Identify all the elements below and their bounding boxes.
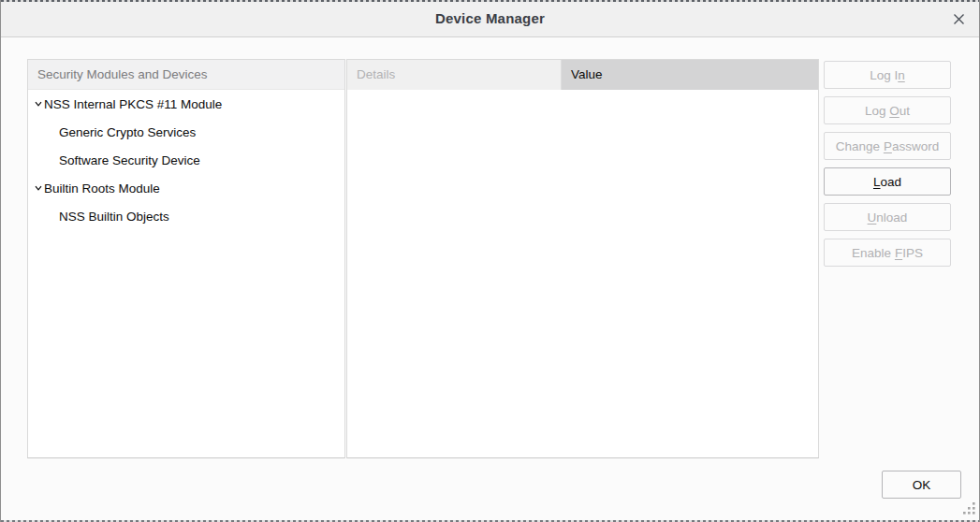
- button-accesskey: O: [889, 104, 900, 118]
- button-accesskey: U: [868, 210, 877, 225]
- load-button[interactable]: Load: [824, 167, 951, 196]
- tree-column-header[interactable]: Security Modules and Devices: [28, 60, 344, 90]
- button-label: oad: [880, 175, 901, 189]
- window-title: Device Manager: [1, 0, 979, 37]
- enable-fips-button[interactable]: Enable FIPS: [824, 239, 951, 267]
- button-label: IPS: [902, 246, 923, 260]
- button-label: Enable: [852, 246, 895, 260]
- column-header-details[interactable]: Details: [347, 60, 562, 90]
- tree-item-label: Builtin Roots Module: [44, 181, 160, 196]
- tree-item-label: Software Security Device: [59, 153, 200, 167]
- details-list: [347, 90, 818, 457]
- chevron-down-icon[interactable]: [34, 99, 44, 109]
- titlebar[interactable]: Device Manager: [1, 0, 979, 37]
- device-actions: Log In Log Out Change Password Load Unlo…: [824, 61, 951, 267]
- close-icon[interactable]: [938, 0, 979, 37]
- tree-item-builtin-roots-module[interactable]: Builtin Roots Module: [28, 174, 344, 202]
- tree-item-label: NSS Builtin Objects: [59, 210, 169, 224]
- button-label: Change: [836, 139, 884, 153]
- security-modules-panel: Security Modules and Devices NSS Interna…: [27, 59, 345, 458]
- device-manager-dialog: Device Manager Security Modules and Devi…: [0, 0, 980, 522]
- tree-item-nss-internal-pkcs11-module[interactable]: NSS Internal PKCS #11 Module: [28, 90, 344, 118]
- log-in-button[interactable]: Log In: [824, 61, 951, 89]
- button-label: nload: [876, 210, 907, 225]
- tree-item-label: NSS Internal PKCS #11 Module: [44, 97, 222, 111]
- ok-button[interactable]: OK: [882, 471, 961, 499]
- column-header-value[interactable]: Value: [562, 60, 818, 90]
- tree-item-generic-crypto-services[interactable]: Generic Crypto Services: [28, 118, 344, 146]
- tree-item-label: Generic Crypto Services: [59, 125, 196, 139]
- button-label: ut: [900, 104, 910, 118]
- tree-item-software-security-device[interactable]: Software Security Device: [28, 146, 344, 174]
- log-out-button[interactable]: Log Out: [824, 96, 951, 124]
- details-column-headers: Details Value: [347, 60, 818, 90]
- chevron-down-icon[interactable]: [34, 183, 44, 193]
- resize-grip-icon[interactable]: [962, 501, 976, 519]
- button-accesskey: F: [895, 246, 902, 260]
- change-password-button[interactable]: Change Password: [824, 132, 951, 160]
- tree-item-nss-builtin-objects[interactable]: NSS Builtin Objects: [28, 202, 344, 230]
- button-label: assword: [892, 139, 939, 153]
- button-accesskey: n: [898, 68, 905, 82]
- button-label: Log: [865, 104, 889, 118]
- button-accesskey: P: [884, 139, 892, 153]
- button-label: Log I: [870, 68, 898, 82]
- unload-button[interactable]: Unload: [824, 203, 951, 231]
- details-panel: Details Value: [346, 59, 819, 458]
